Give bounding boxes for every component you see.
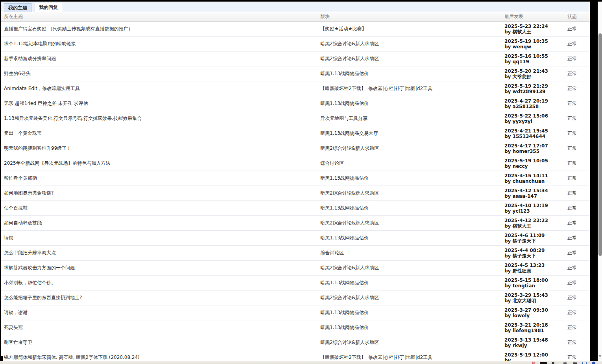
lastpost-cell[interactable]: 2025-3-21 20:18by liefeng1981 [504,322,567,333]
forum-link[interactable]: 暗黑1.13战网物品交易大厅 [320,130,504,137]
lastpost-cell[interactable]: 2025-4-12 22:23by 棋软大王 [504,218,567,229]
forum-link[interactable]: 暗黑1.13战网物品估价 [320,205,504,211]
lastpost-author-link[interactable]: by 棋软大王 [504,223,567,229]
forum-link[interactable]: 暗黑2综合讨论&新人求助区 [320,220,504,226]
lastpost-cell[interactable]: 2025-5-19 10:05by neccy [504,158,567,169]
lastpost-cell[interactable]: 2025-4-15 14:11by chuanchuan [504,173,567,184]
lastpost-cell[interactable]: 2025-4-17 17:07by homer355 [504,143,567,154]
forum-link[interactable]: 暗黑1.13战网物品估价 [320,279,504,286]
lastpost-cell[interactable]: 2025-3-13 19:48by rkwjy [504,337,567,348]
lastpost-cell[interactable]: 2025-5-19 12:00by [504,352,567,361]
lastpost-author-link[interactable]: by chuanchuan [504,178,567,184]
taskbar-icon[interactable] [573,362,577,364]
forum-link[interactable]: 暗黑2综合讨论&新人求助区 [320,190,504,197]
forum-link[interactable]: 异次元地图与工具分享 [320,115,504,122]
lastpost-cell[interactable]: 2025-4-27 20:19by a2581358 [504,98,567,109]
lastpost-author-link[interactable]: by wdt2899139 [504,89,567,94]
lastpost-author-link[interactable]: by 棋软大王 [504,29,567,35]
forum-link[interactable]: 暗黑2综合讨论&新人求助区 [320,265,504,271]
forum-link[interactable]: 暗黑1.13战网物品估价 [320,324,504,331]
lastpost-author-link[interactable]: by lowely [504,313,567,318]
forum-link[interactable]: 【奖励★活动★比赛】 [320,26,504,32]
lastpost-cell[interactable]: 2025-5-20 21:43by 大爷您好 [504,68,567,79]
forum-link[interactable]: 综合讨论区 [320,160,504,167]
forum-link[interactable]: 暗黑2综合讨论&新人求助区 [320,339,504,346]
topic-title-link[interactable]: Animdata Edit，修改暗黑实用工具 [1,85,320,92]
lastpost-cell[interactable]: 2025-3-27 09:30by lowely [504,307,567,318]
tab-my-topics[interactable]: 我的主题 [4,3,31,12]
forum-link[interactable]: 暗黑2综合讨论&新人求助区 [320,145,504,152]
forum-link[interactable]: 暗黑1.13战网物品估价 [320,235,504,241]
lastpost-author-link[interactable]: by 大爷您好 [504,74,567,79]
lastpost-author-link[interactable]: by neccy [504,164,567,169]
lastpost-cell[interactable]: 2025-4-5 13:23by 野性狂暴 [504,263,567,274]
topic-title-link[interactable]: 怎么能把箱子里的东西直接扔到地上? [1,294,320,301]
lastpost-author-link[interactable]: by ycl123 [504,208,567,214]
topic-title-link[interactable]: 如何地图显示亮金项链? [1,190,320,197]
lastpost-cell[interactable]: 2025-5-16 10:55by qq119 [504,53,567,64]
lastpost-author-link[interactable]: by aaaa-147 [504,193,567,199]
lastpost-author-link[interactable]: by 筷子走天下 [504,253,567,259]
topic-title-link[interactable]: 1.13和异次元装备美化.符文显示号码.符文掉落效果.技能效果集合 [1,115,320,122]
forum-link[interactable]: 暗黑1.13战网物品估价 [320,175,504,182]
lastpost-cell[interactable]: 2025-4-4 08:29by 筷子走天下 [504,248,567,259]
lastpost-cell[interactable]: 2025-4-10 12:19by ycl123 [504,203,567,214]
topic-title-link[interactable]: 新手求助游戏分辨率问题 [1,55,320,62]
taskbar-icon[interactable] [563,362,567,364]
topic-title-link[interactable]: 直播推广得宝石奖励 （只奖励上传视频或有直播数据的推广） [1,26,320,32]
lastpost-author-link[interactable]: by yyxyzyi [504,119,567,124]
lastpost-author-link[interactable]: by wenqw [504,44,567,50]
lastpost-author-link[interactable]: by qq119 [504,59,567,64]
topic-title-link[interactable]: 卖出一个黄金珠宝 [1,130,320,137]
lastpost-cell[interactable]: 2025-4-12 15:34by aaaa-147 [504,188,567,199]
taskbar-m-icon[interactable]: M [532,362,536,364]
taskbar-icon[interactable] [552,362,554,364]
taskbar-icon[interactable] [582,362,587,364]
lastpost-cell[interactable]: 2025-5-15 18:00by tengtian [504,278,567,289]
topic-title-link[interactable]: 刺客亡者守卫 [1,339,320,346]
tab-my-replies[interactable]: 我的回复 [35,3,62,12]
topic-title-link[interactable]: 估个百抗鞋 [1,205,320,211]
forum-link[interactable]: 暗黑1.13战网物品估价 [320,100,504,107]
lastpost-cell[interactable]: 2025-4-21 19:45by 1551344644 [504,128,567,139]
forum-link[interactable]: 暗黑2综合讨论&新人求助区 [320,294,504,301]
topic-title-link[interactable]: 小弟刚毅，帮忙估个价。 [1,279,320,286]
lastpost-cell[interactable]: 2025-5-22 15:06by yyxyzyi [504,113,567,124]
topic-title-link[interactable]: 怎么屮能把分辨率调大点 [1,250,320,256]
lastpost-author-link[interactable]: by 筷子走天下 [504,238,567,244]
scrollbar-thumb[interactable] [598,33,602,256]
scrollbar[interactable] [598,2,602,361]
topic-title-link[interactable]: 求个1.13笔记本电脑用的辅助链接 [1,40,320,47]
lastpost-cell[interactable]: 2025-3-29 15:43by 北京大聪明 [504,292,567,303]
forum-link[interactable]: 暗黑1.13战网物品估价 [320,309,504,316]
lastpost-author-link[interactable]: by 1551344644 [504,134,567,139]
lastpost-author-link[interactable]: by [504,358,567,361]
scrollbar-down-arrow-icon[interactable] [598,353,602,359]
forum-link[interactable]: 暗黑2综合讨论&新人求助区 [320,55,504,62]
topic-title-link[interactable]: 帮忙看个黄戒指 [1,175,320,182]
lastpost-author-link[interactable]: by a2581358 [504,104,567,109]
topic-title-link[interactable]: 请锁 [1,235,320,241]
topic-title-link[interactable]: 2025年全新战网【异次元战场】的特色与加入方法 [1,160,320,167]
forum-link[interactable]: 暗黑1.13战网物品估价 [320,70,504,77]
lastpost-cell[interactable]: 2025-5-23 22:24by 棋软大王 [504,24,567,35]
taskbar-icon[interactable] [592,362,595,364]
lastpost-cell[interactable]: 2025-5-19 21:29by wdt2899139 [504,83,567,94]
lastpost-author-link[interactable]: by rkwjy [504,343,567,348]
forum-link[interactable]: 综合讨论区 [320,250,504,256]
forum-link[interactable]: 【暗黑破坏神2下载】_修改器|存档|补丁|地图|d2工具 [320,85,504,92]
topic-title-link[interactable]: 求解答武器攻击力方面的一个问题 [1,265,320,271]
topic-title-link[interactable]: 如何自动释放技能 [1,220,320,226]
lastpost-author-link[interactable]: by homer355 [504,149,567,154]
topic-title-link[interactable]: 野生的6寻头 [1,70,320,77]
lastpost-author-link[interactable]: by 野性狂暴 [504,268,567,274]
topic-title-link[interactable]: 死灵头冠 [1,324,320,331]
topic-title-link[interactable]: 无形 超强14ed 巨神之斧 未开孔 求评估 [1,100,320,107]
lastpost-author-link[interactable]: by liefeng1981 [504,328,567,333]
topic-title-link[interactable]: 锐方黑简体和新华宋简体, 高亮版, 暗黑2字体下载 (2020.08.24) [1,354,320,361]
lastpost-cell[interactable]: 2025-5-19 10:35by wenqw [504,39,567,50]
topic-title-link[interactable]: 明天我的踢腿刺客也升99级了！ [1,145,320,152]
lastpost-cell[interactable]: 2025-4-6 11:09by 筷子走天下 [504,233,567,244]
forum-link[interactable]: 【暗黑破坏神2下载】_修改器|存档|补丁|地图|d2工具 [320,354,504,361]
forum-link[interactable]: 暗黑2综合讨论&新人求助区 [320,40,504,47]
